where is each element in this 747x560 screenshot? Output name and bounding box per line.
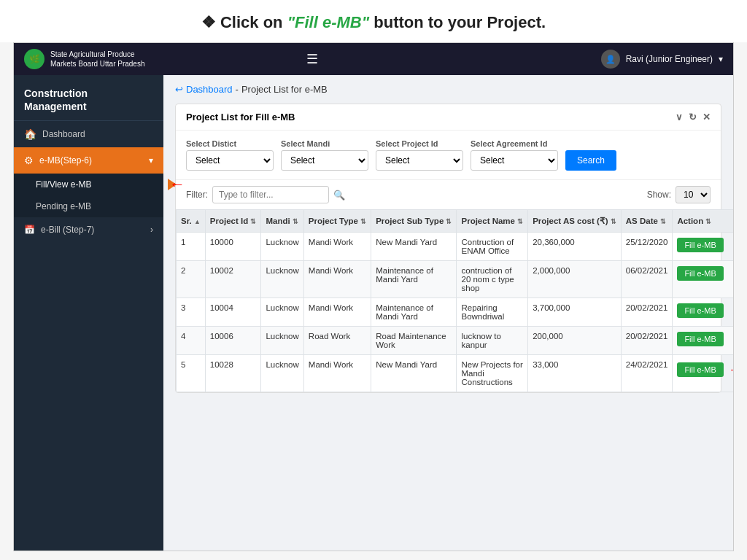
sidebar-emb-label: e-MB(Step-6) (39, 155, 92, 166)
sidebar-item-emb-step6[interactable]: ⚙ e-MB(Step-6) ▾ (14, 147, 163, 174)
th-mandi: Mandi ⇅ (261, 210, 303, 233)
table-cell: New Projects for Mandi Constructions (457, 355, 528, 392)
project-id-filter-label: Select Project Id (376, 139, 463, 148)
fill-emb-button[interactable]: Fill e-MB (677, 238, 723, 252)
mandi-filter-group: Select Mandi Select (281, 139, 368, 171)
search-button[interactable]: Search (565, 150, 616, 171)
project-id-filter-group: Select Project Id Select (376, 139, 463, 171)
table-cell: Lucknow (261, 298, 303, 327)
instruction-bar: ❖ Click on "Fill e-MB" button to your Pr… (0, 0, 747, 42)
show-wrap: Show: 10 (647, 186, 711, 203)
table-cell: 1 (177, 233, 206, 261)
table-cell: 10006 (205, 327, 261, 355)
sidebar-item-dashboard[interactable]: 🏠 Dashboard (14, 121, 163, 147)
action-cell: Fill e-MB (673, 298, 733, 327)
table-cell: contruction of 20 nom c type shop (457, 261, 528, 298)
sidebar-sub-pending[interactable]: Pending e-MB (14, 195, 163, 217)
breadcrumb-separator: - (236, 84, 239, 95)
card-header-actions: ∨ ↻ ✕ (676, 112, 711, 122)
instruction-prefix: ❖ Click on (201, 13, 287, 31)
table-cell: lucknow to kanpur (457, 327, 528, 355)
ebill-label: e-Bill (Step-7) (41, 225, 94, 235)
table-cell: Maintenance of Mandi Yard (371, 298, 457, 327)
table-cell: 06/02/2021 (621, 261, 673, 298)
hamburger-icon[interactable]: ☰ (306, 51, 318, 67)
instruction-highlight: "Fill e-MB" (287, 13, 370, 31)
table-cell: 10002 (205, 261, 261, 298)
logo-text: State Agricultural Produce Markets Board… (50, 50, 145, 69)
main-layout: Construction Management 🏠 Dashboard ⚙ e-… (14, 75, 733, 551)
table-cell: 3,700,000 (528, 298, 622, 327)
table-cell: New Mandi Yard (371, 233, 457, 261)
filters-row: Select Distict Select Select Mandi Selec… (176, 131, 721, 180)
emb-icon: ⚙ (24, 155, 34, 166)
pending-label: Pending e-MB (36, 201, 91, 211)
table-cell: 20/02/2021 (621, 327, 673, 355)
card-header: Project List for Fill e-MB ∨ ↻ ✕ (176, 104, 721, 131)
refresh-icon[interactable]: ↻ (689, 112, 697, 122)
table-cell: 3 (177, 298, 206, 327)
content-area: ↩ Dashboard - Project List for e-MB Proj… (163, 75, 733, 551)
active-indicator (168, 179, 177, 190)
project-table: Sr. ▲ Project Id ⇅ Mandi ⇅ Project Type … (176, 209, 733, 392)
minimize-icon[interactable]: ∨ (676, 112, 683, 122)
table-cell: 20,360,000 (528, 233, 622, 261)
fill-emb-button[interactable]: Fill e-MB (677, 332, 723, 346)
instruction-suffix: button to your Project. (369, 13, 546, 31)
user-avatar: 👤 (601, 50, 620, 69)
table-cell: 10000 (205, 233, 261, 261)
th-cost: Project AS cost (₹) ⇅ (528, 210, 622, 233)
project-id-select[interactable]: Select (376, 150, 463, 171)
table-cell: Mandi Work (303, 298, 371, 327)
home-icon: 🏠 (24, 128, 36, 140)
table-cell: 5 (177, 355, 206, 392)
sidebar: Construction Management 🏠 Dashboard ⚙ e-… (14, 75, 163, 551)
logo-area: 🌿 State Agricultural Produce Markets Boa… (24, 49, 285, 69)
sidebar-item-ebill-step7[interactable]: 📅 e-Bill (Step-7) › (14, 217, 163, 242)
th-project-type: Project Type ⇅ (303, 210, 371, 233)
district-select[interactable]: Select (186, 150, 274, 171)
fill-emb-button[interactable]: Fill e-MB (677, 266, 723, 281)
user-menu[interactable]: 👤 Ravi (Junior Engineer) ▾ (601, 50, 723, 69)
fill-emb-button[interactable]: Fill e-MB (677, 362, 723, 377)
search-icon: 🔍 (333, 190, 345, 201)
table-cell: Repairing Bowndriwal (457, 298, 528, 327)
table-row: 510028LucknowMandi WorkNew Mandi YardNew… (177, 355, 734, 392)
table-cell: Contruction of ENAM Office (457, 233, 528, 261)
show-select[interactable]: 10 (676, 186, 711, 203)
close-icon[interactable]: ✕ (703, 112, 711, 122)
user-label: Ravi (Junior Engineer) (626, 54, 713, 64)
table-cell: 2,000,000 (528, 261, 622, 298)
chevron-right-icon: › (150, 225, 153, 235)
table-cell: 24/02/2021 (621, 355, 673, 392)
table-cell: 20/02/2021 (621, 298, 673, 327)
table-cell: 33,000 (528, 355, 622, 392)
fill-emb-button[interactable]: Fill e-MB (677, 303, 723, 318)
filter-input[interactable] (212, 186, 329, 203)
table-row: 410006LucknowRoad WorkRoad Maintenance W… (177, 327, 734, 355)
table-cell: New Mandi Yard (371, 355, 457, 392)
th-project-id: Project Id ⇅ (205, 210, 261, 233)
chevron-down-icon: ▾ (149, 155, 153, 166)
filter-label: Filter: (186, 190, 208, 200)
project-list-card: Project List for Fill e-MB ∨ ↻ ✕ Select … (175, 104, 721, 393)
breadcrumb-icon: ↩ (175, 84, 183, 95)
fill-view-label: Fill/View e-MB (36, 179, 91, 190)
table-cell: Mandi Work (303, 261, 371, 298)
card-title: Project List for Fill e-MB (186, 112, 295, 122)
mandi-select[interactable]: Select (281, 150, 368, 171)
logo-icon: 🌿 (24, 49, 44, 69)
action-cell: Fill e-MB→ (673, 355, 733, 392)
table-cell: 200,000 (528, 327, 622, 355)
agreement-id-select[interactable]: Select (471, 150, 558, 171)
calendar-icon: 📅 (24, 225, 35, 235)
table-cell: Maintenance of Mandi Yard (371, 261, 457, 298)
table-controls: Filter: 🔍 Show: 10 (176, 180, 721, 209)
table-cell: 4 (177, 327, 206, 355)
filter-input-wrap: Filter: 🔍 (186, 186, 345, 203)
th-action: Action ⇅ (673, 210, 733, 233)
table-cell: Lucknow (261, 261, 303, 298)
table-cell: Lucknow (261, 233, 303, 261)
sidebar-sub-fill-view[interactable]: Fill/View e-MB ← (14, 174, 163, 195)
breadcrumb-dashboard[interactable]: Dashboard (186, 84, 233, 95)
